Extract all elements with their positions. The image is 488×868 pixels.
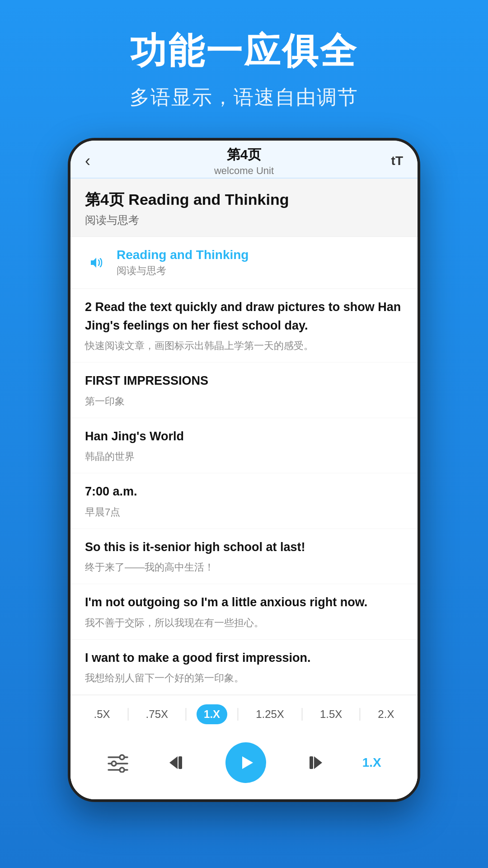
content-block-4: So this is it-senior high school at last…: [70, 529, 418, 585]
play-button[interactable]: [225, 742, 266, 783]
audio-subtitle: 阅读与思考: [117, 264, 249, 278]
content-block-3: 7:00 a.m. 早晨7点: [70, 473, 418, 529]
section-title-block: 第4页 Reading and Thinking 阅读与思考: [70, 179, 418, 237]
en-text-3: 7:00 a.m.: [85, 482, 403, 501]
en-text-5: I'm not outgoing so I'm a little anxious…: [85, 593, 403, 612]
content-block-1: FIRST IMPRESSIONS 第一印象: [70, 363, 418, 418]
cn-text-5: 我不善于交际，所以我现在有一些担心。: [85, 615, 403, 630]
en-text-6: I want to make a good first impression.: [85, 649, 403, 667]
speed-option-2[interactable]: 1.X: [197, 704, 227, 724]
rewind-button[interactable]: [166, 751, 189, 774]
speed-bar: .5X .75X 1.X 1.25X 1.5X 2.X: [70, 695, 418, 733]
speed-divider-1: [186, 708, 186, 721]
player-speed-label[interactable]: 1.X: [362, 755, 381, 770]
cn-text-0: 快速阅读文章，画图标示出韩晶上学第一天的感受。: [85, 338, 403, 353]
cn-text-1: 第一印象: [85, 394, 403, 409]
font-size-button[interactable]: tT: [391, 154, 403, 168]
cn-text-2: 韩晶的世界: [85, 449, 403, 464]
en-text-4: So this is it-senior high school at last…: [85, 538, 403, 557]
hero-title: 功能一应俱全: [130, 27, 358, 76]
audio-row[interactable]: Reading and Thinking 阅读与思考: [70, 237, 418, 289]
content-block-0: 2 Read the text quickly and draw picture…: [70, 289, 418, 363]
speed-divider-0: [128, 708, 128, 721]
back-button[interactable]: ‹: [85, 151, 90, 170]
cn-text-3: 早晨7点: [85, 505, 403, 519]
svg-marker-9: [314, 756, 322, 769]
header-page-title: 第4页: [214, 146, 274, 164]
speed-divider-4: [360, 708, 360, 721]
en-text-2: Han Jing's World: [85, 427, 403, 446]
audio-icon[interactable]: [85, 251, 108, 274]
svg-rect-10: [310, 756, 313, 769]
hero-subtitle: 多语显示，语速自由调节: [130, 84, 358, 111]
page-heading: 第4页 Reading and Thinking: [85, 189, 403, 210]
svg-rect-7: [178, 756, 182, 769]
en-text-0: 2 Read the text quickly and draw picture…: [85, 298, 403, 335]
speed-option-5[interactable]: 2.X: [371, 704, 401, 724]
player-controls: 1.X: [70, 733, 418, 799]
speed-divider-3: [302, 708, 302, 721]
speed-option-3[interactable]: 1.25X: [249, 704, 291, 724]
svg-marker-8: [242, 756, 253, 769]
speed-option-4[interactable]: 1.5X: [313, 704, 349, 724]
audio-title: Reading and Thinking: [117, 248, 249, 262]
cn-text-6: 我想给别人留下一个好的第一印象。: [85, 670, 403, 685]
phone-header: ‹ 第4页 welcome Unit tT: [70, 141, 418, 179]
header-center: 第4页 welcome Unit: [214, 146, 274, 177]
svg-point-5: [120, 768, 124, 772]
content-block-6: I want to make a good first impression. …: [70, 640, 418, 695]
en-text-1: FIRST IMPRESSIONS: [85, 372, 403, 390]
filter-button[interactable]: [107, 753, 129, 773]
content-block-5: I'm not outgoing so I'm a little anxious…: [70, 584, 418, 640]
svg-point-3: [112, 761, 116, 766]
header-page-unit: welcome Unit: [214, 165, 274, 177]
phone-body: 第4页 Reading and Thinking 阅读与思考 Reading a…: [70, 179, 418, 799]
speed-option-1[interactable]: .75X: [139, 704, 175, 724]
speed-divider-2: [238, 708, 238, 721]
content-block-2: Han Jing's World 韩晶的世界: [70, 418, 418, 474]
forward-button[interactable]: [302, 751, 326, 774]
svg-marker-6: [169, 756, 178, 769]
page-heading-cn: 阅读与思考: [85, 213, 403, 227]
svg-point-1: [120, 755, 124, 760]
speed-option-0[interactable]: .5X: [87, 704, 117, 724]
cn-text-4: 终于来了——我的高中生活！: [85, 560, 403, 575]
phone-frame: ‹ 第4页 welcome Unit tT 第4页 Reading and Th…: [68, 138, 420, 802]
audio-text-group: Reading and Thinking 阅读与思考: [117, 248, 249, 278]
